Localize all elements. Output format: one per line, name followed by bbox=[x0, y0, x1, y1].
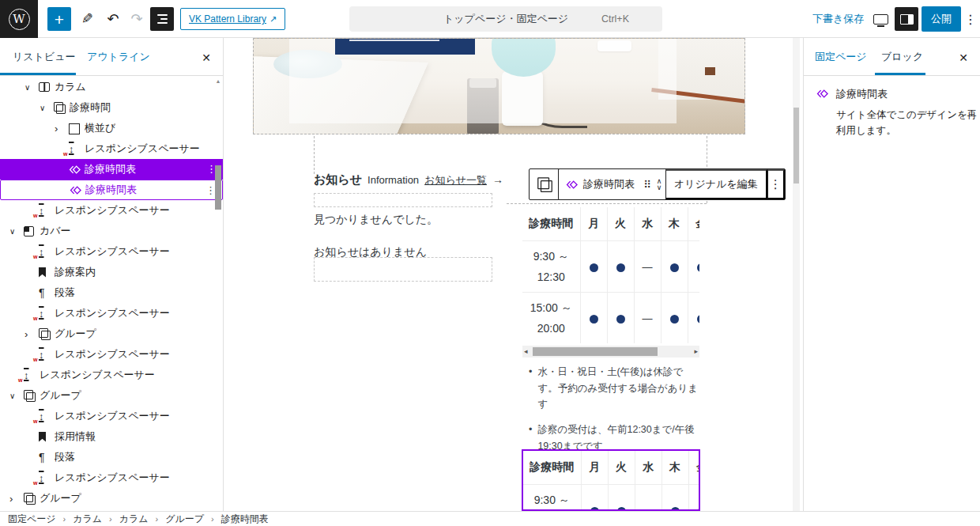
closed-dash-cell: — bbox=[634, 241, 661, 293]
list-view-item-label: レスポンシブスペーサー bbox=[55, 471, 170, 485]
list-view-item[interactable]: ↕ᴡレスポンシブスペーサー bbox=[0, 365, 223, 385]
breadcrumb-item[interactable]: 診療時間表 bbox=[221, 513, 269, 526]
list-view-item[interactable]: ↕ᴡレスポンシブスペーサー bbox=[0, 344, 223, 365]
list-view-item[interactable]: ¶段落 bbox=[0, 447, 223, 467]
table-header-cell: 金 bbox=[688, 451, 700, 485]
settings-sidebar: 固定ページ ブロック ✕ 診療時間表 サイト全体でこのデザインを再利用します。 bbox=[803, 38, 980, 511]
chevron-right-icon[interactable]: › bbox=[24, 328, 39, 340]
canvas-scrollbar[interactable] bbox=[793, 38, 800, 511]
empty-block-placeholder[interactable] bbox=[314, 193, 492, 207]
closed-dash-cell: — bbox=[634, 293, 661, 344]
wordpress-logo[interactable]: W bbox=[0, 0, 38, 38]
cover-navy-button[interactable] bbox=[335, 39, 475, 55]
list-view-item[interactable]: ↕ᴡレスポンシブスペーサー bbox=[0, 467, 223, 488]
list-view-item[interactable]: 診療時間表⋮ bbox=[0, 180, 223, 200]
options-menu-button[interactable]: ⋮ bbox=[961, 7, 980, 31]
close-settings-button[interactable]: ✕ bbox=[955, 49, 972, 66]
redo-button[interactable]: ↷ bbox=[126, 7, 147, 31]
block-type-button[interactable]: 診療時間表 bbox=[559, 169, 642, 199]
add-block-button[interactable]: + bbox=[47, 7, 71, 31]
settings-sidebar-toggle[interactable] bbox=[895, 7, 918, 31]
preview-button[interactable] bbox=[869, 7, 891, 31]
list-view-item[interactable]: ›グループ bbox=[0, 488, 223, 509]
close-list-view-button[interactable]: ✕ bbox=[198, 49, 215, 66]
breadcrumb-item[interactable]: カラム bbox=[73, 513, 102, 526]
chevron-down-icon[interactable]: ∨ bbox=[24, 83, 39, 92]
list-view-item[interactable]: ∨カラム bbox=[0, 77, 223, 97]
block-mover[interactable]: ∧ ∨ bbox=[653, 169, 665, 199]
breadcrumb-item[interactable]: カラム bbox=[119, 513, 149, 526]
list-view-item[interactable]: 採用情報 bbox=[0, 426, 223, 447]
tab-list-view[interactable]: リストビュー bbox=[13, 38, 76, 76]
tab-block-settings[interactable]: ブロック bbox=[881, 38, 923, 76]
tab-page-settings[interactable]: 固定ページ bbox=[815, 38, 867, 76]
open-dot-cell bbox=[607, 293, 634, 344]
scrollbar-thumb[interactable] bbox=[533, 347, 658, 356]
list-view-item[interactable]: ∨診療時間 bbox=[0, 97, 223, 118]
list-view-item[interactable]: 診療時間表⋮ bbox=[0, 159, 223, 180]
drag-handle[interactable]: ⠿ bbox=[642, 169, 653, 199]
list-view-item[interactable]: ∨カバー bbox=[0, 221, 223, 241]
vk-pattern-library-button[interactable]: VK Pattern Library ↗ bbox=[180, 8, 285, 30]
list-view-item[interactable]: ↕ᴡレスポンシブスペーサー bbox=[0, 303, 223, 324]
spacer-icon: ↕ᴡ bbox=[39, 350, 44, 360]
list-view-item[interactable]: ↕ᴡレスポンシブスペーサー bbox=[0, 200, 223, 221]
announcement-list-link[interactable]: お知らせ一覧 bbox=[424, 173, 487, 187]
empty-block-placeholder[interactable] bbox=[314, 257, 492, 282]
list-view-item[interactable]: ›グループ bbox=[0, 324, 223, 344]
chevron-down-icon[interactable]: ∨ bbox=[40, 104, 54, 112]
undo-button[interactable]: ↶ bbox=[103, 7, 123, 31]
open-dot-cell bbox=[607, 241, 634, 293]
schedule-table[interactable]: 診療時間月火水木金9:30 ～ 12:30—15:00 ～ 20:00— bbox=[522, 207, 699, 346]
breadcrumb-item[interactable]: 固定ページ bbox=[8, 513, 56, 526]
table-horizontal-scrollbar[interactable]: ◂ ▸ bbox=[522, 346, 699, 358]
synced-pattern-icon bbox=[69, 164, 81, 176]
list-view-item-label: 段落 bbox=[55, 450, 75, 464]
command-center-bar[interactable]: トップページ・固定ページ Ctrl+K bbox=[349, 6, 662, 32]
tools-button[interactable]: ✎ bbox=[77, 7, 98, 31]
scroll-right-icon[interactable]: ▸ bbox=[694, 346, 698, 358]
chevron-right-icon[interactable]: › bbox=[9, 493, 24, 505]
monitor-icon bbox=[873, 14, 888, 25]
open-dot-icon bbox=[590, 263, 598, 272]
list-view-item[interactable]: ∨グループ bbox=[0, 385, 223, 406]
save-draft-button[interactable]: 下書き保存 bbox=[812, 7, 864, 31]
chevron-down-icon[interactable]: ∨ bbox=[9, 227, 24, 236]
cover-image-block[interactable] bbox=[253, 38, 745, 134]
table-header-cell: 火 bbox=[607, 207, 634, 241]
schedule-notes: •水・日・祝日・土(午後)は休診です。予約のみ受付する場合があります•診察の受付… bbox=[529, 364, 703, 463]
list-view-item[interactable]: ›横並び bbox=[0, 118, 223, 138]
table-header-cell: 木 bbox=[662, 451, 688, 485]
scrollbar-thumb[interactable] bbox=[215, 165, 221, 210]
open-dot-cell bbox=[580, 241, 607, 293]
edit-original-button[interactable]: オリジナルを編集 bbox=[665, 169, 767, 199]
close-icon: ✕ bbox=[959, 51, 968, 64]
select-parent-block-button[interactable] bbox=[529, 168, 560, 200]
vk-logo-mark: ᴡ bbox=[18, 377, 22, 383]
editor-topbar: W + ✎ ↶ ↷ VK Pattern Library ↗ トップページ・固定… bbox=[0, 0, 980, 38]
scrollbar-thumb[interactable] bbox=[793, 108, 799, 184]
list-view-item[interactable]: ¶段落 bbox=[0, 282, 223, 303]
chevron-right-icon[interactable]: › bbox=[55, 123, 69, 134]
table-header-cell: 水 bbox=[634, 207, 661, 241]
tab-outline[interactable]: アウトライン bbox=[87, 38, 150, 76]
list-view-scrollbar[interactable]: ▲ bbox=[214, 77, 222, 511]
bookmark-icon bbox=[39, 432, 46, 442]
chevron-down-icon[interactable]: ∨ bbox=[9, 392, 24, 400]
block-options-button[interactable]: ⋮ bbox=[767, 169, 785, 199]
scroll-left-icon[interactable]: ◂ bbox=[524, 346, 528, 358]
list-view-item[interactable]: 診療案内 bbox=[0, 262, 223, 282]
list-view-item[interactable]: ↕ᴡレスポンシブスペーサー bbox=[0, 138, 223, 159]
breadcrumb-item[interactable]: グループ bbox=[165, 513, 204, 526]
open-dot-icon bbox=[616, 315, 625, 324]
list-view-item[interactable]: ↕ᴡレスポンシブスペーサー bbox=[0, 406, 223, 426]
schedule-table-selected[interactable]: 診療時間月火水木金9:30 ～ 12:30—15:00 ～ 20:00— bbox=[522, 449, 700, 511]
columns-icon bbox=[39, 82, 50, 92]
open-dot-icon bbox=[670, 315, 679, 324]
open-dot-cell bbox=[661, 293, 688, 344]
open-dot-icon bbox=[697, 263, 699, 272]
publish-button[interactable]: 公開 bbox=[922, 6, 961, 32]
table-header-cell: 金 bbox=[688, 207, 699, 241]
list-view-toggle-button[interactable] bbox=[150, 7, 174, 31]
list-view-item[interactable]: ↕ᴡレスポンシブスペーサー bbox=[0, 241, 223, 262]
